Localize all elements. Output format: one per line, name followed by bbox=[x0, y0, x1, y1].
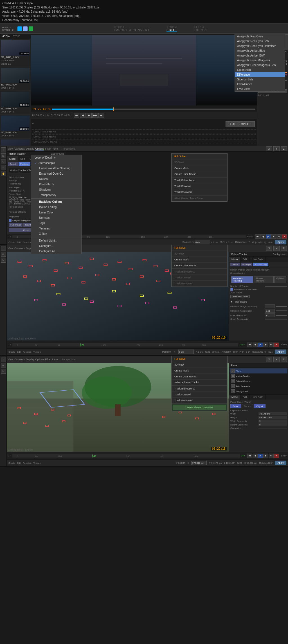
vp2-scale-btn[interactable]: ⊞ bbox=[1, 252, 6, 257]
select-tool-btn[interactable]: ⊹ bbox=[1, 165, 6, 170]
vr-tab-edit[interactable]: Edit bbox=[18, 156, 28, 161]
ctx-default-light[interactable]: Default Light... bbox=[31, 238, 81, 243]
ctx-configure-all[interactable]: Configure All... bbox=[31, 249, 81, 254]
vp2-vr-tab-mode[interactable]: Mode bbox=[229, 257, 240, 262]
vp2-rotate-btn[interactable]: ↻ bbox=[1, 258, 6, 263]
vp2-bt-record[interactable]: ● bbox=[274, 343, 279, 347]
vp3-object-tab[interactable]: Object bbox=[254, 404, 266, 408]
media-item-3[interactable]: 00:00:06 3D_0492.mov 2706 x 1440 bbox=[0, 115, 31, 139]
vp3-cameras-menu[interactable]: Cameras bbox=[14, 358, 25, 361]
vp3-bt-play-fwd[interactable]: ⏭ bbox=[269, 454, 274, 458]
vp3-rotate-btn[interactable]: ↻ bbox=[1, 369, 6, 374]
vp2-to-create-mask[interactable]: Create Mask bbox=[172, 257, 227, 263]
vp1-btn-x[interactable]: X bbox=[266, 146, 272, 151]
prev-frame-btn[interactable]: ◀ bbox=[80, 113, 86, 118]
rotate-tool-btn[interactable]: ↻ bbox=[1, 159, 6, 164]
to-create-user-tracks[interactable]: Create User Tracks bbox=[172, 171, 227, 177]
vp3-to-create-user-tracks[interactable]: Create User Tracks bbox=[172, 374, 227, 380]
playback-view-dropdown[interactable]: Anaglyph: Red/Cyan Anaglyph: Red/Cyan B/… bbox=[235, 34, 285, 92]
media-item-1[interactable]: 00:00:06 3D_0489.mov 2706 x 1440 bbox=[0, 67, 31, 91]
vp1-track-options[interactable]: Full Solve 3D View Create Mask Create Us… bbox=[171, 153, 228, 202]
vp3-create-planar-btn[interactable]: Create Planar Constraint bbox=[173, 405, 226, 410]
vp2-manual-tracking-tab[interactable]: Manual Tracking bbox=[254, 276, 274, 283]
vp2-vr-tab-userdata[interactable]: User Data bbox=[249, 257, 266, 262]
vp2-footage-btn[interactable]: Footage bbox=[241, 263, 252, 266]
ctx-linear-workflow[interactable]: Linear Workflow Shading bbox=[31, 166, 81, 171]
pd-item-red-cyan-opt[interactable]: Anaglyph: Red/Cyan Optimized bbox=[235, 44, 285, 48]
play-to-end-btn[interactable]: ⏭ bbox=[98, 113, 104, 118]
vp1-context-menu[interactable]: Level of Detail ✓ Stereoscopic Linear Wo… bbox=[31, 155, 82, 254]
vr-full-image-btn[interactable]: Full Image bbox=[9, 223, 22, 227]
vp3-to-full-solve[interactable]: Full Solve bbox=[172, 356, 227, 362]
vp2-cameras-menu[interactable]: Cameras bbox=[14, 247, 25, 250]
vp2-bt-play-fwd[interactable]: ⏭ bbox=[269, 343, 274, 347]
ctx-stereoscopic[interactable]: ✓ Stereoscopic bbox=[31, 160, 81, 166]
vp3-obj-solved-camera[interactable]: ◎ Solved Camera bbox=[230, 379, 287, 384]
pd-item-side-by-side[interactable]: Side-by-Side bbox=[235, 77, 285, 82]
ctx-textures[interactable]: Textures bbox=[31, 226, 81, 231]
vp3-basic-tab[interactable]: Basic bbox=[230, 404, 241, 408]
vp3-obj-motion-tracker[interactable]: ⊕ Motion Tracker bbox=[230, 373, 287, 379]
to-track-forward[interactable]: Track Forward bbox=[172, 183, 227, 189]
to-track-bidirectional[interactable]: Track Bidirectional bbox=[172, 177, 227, 183]
vp3-obj-plane[interactable]: ▪ Plane bbox=[230, 368, 287, 373]
pd-item-green-mag[interactable]: Anaglyph: Green/Magenta bbox=[235, 58, 285, 63]
vp2-delete-auto-btn[interactable]: Delete Auto Tracks bbox=[230, 295, 250, 298]
vp2-bt-play-back[interactable]: ⏮ bbox=[247, 343, 252, 347]
vp3-to-3d-view[interactable]: 3D View bbox=[172, 362, 227, 368]
to-3d-view[interactable]: 3D View bbox=[172, 159, 227, 165]
bt-prev[interactable]: ◀ bbox=[260, 234, 266, 239]
to-full-solve[interactable]: Full Solve bbox=[172, 154, 227, 159]
vp2-pb-apply-btn[interactable]: Apply bbox=[275, 350, 286, 354]
preview-timeline[interactable] bbox=[52, 109, 255, 110]
ctx-enhanced-opengl[interactable]: Enhanced OpenGL bbox=[31, 171, 81, 176]
ctx-tags[interactable]: Tags bbox=[31, 220, 81, 226]
ctx-isoline[interactable]: Isoline Editing bbox=[31, 204, 81, 210]
pd-item-difference[interactable]: Difference bbox=[235, 72, 285, 77]
vp2-min-accel-input[interactable] bbox=[265, 309, 275, 313]
vp2-options-tab[interactable]: Options bbox=[274, 276, 286, 283]
pd-item-free-view[interactable]: Free View bbox=[235, 87, 285, 91]
ctx-transparency[interactable]: Transparency bbox=[31, 192, 81, 198]
vp2-min-accel-slider[interactable] bbox=[276, 310, 287, 311]
vp2-btn-z[interactable]: Z bbox=[281, 246, 287, 251]
vp3-pb-apply-btn[interactable]: Apply bbox=[275, 461, 286, 465]
step-import[interactable]: STEP 1 IMPORT & CONVERT bbox=[114, 26, 149, 32]
media-item-0[interactable]: 00:00:06 3D_0489_1.mov 2706 x 1448 25.98… bbox=[0, 39, 31, 67]
vp3-pb-pos-x[interactable] bbox=[191, 461, 207, 465]
vp2-smart-accel-slider[interactable] bbox=[265, 319, 287, 319]
ctx-normals[interactable]: Normals bbox=[31, 215, 81, 220]
ctx-layer-color[interactable]: Layer Color bbox=[31, 210, 81, 215]
vp2-bt-prev[interactable]: ◀ bbox=[253, 343, 258, 347]
pd-item-red-cyan-bw[interactable]: Anaglyph: Red/Cyan B/W bbox=[235, 39, 285, 44]
vp3-bt-play[interactable]: ▶ bbox=[258, 454, 263, 458]
vp2-to-track-backward[interactable]: Track Backward bbox=[172, 281, 227, 287]
play-btn[interactable]: ▶ bbox=[86, 113, 92, 118]
step-edit[interactable]: STEP 2 EDIT bbox=[166, 25, 177, 32]
vp2-coord-btn[interactable]: Coord. bbox=[230, 263, 240, 266]
vp3-vr-tab-userdata[interactable]: User Data bbox=[249, 395, 266, 400]
pd-item-over-under[interactable]: Over-Under bbox=[235, 82, 285, 87]
vp3-bt-prev[interactable]: ◀ bbox=[253, 454, 258, 458]
play-to-start-btn[interactable]: ⏮ bbox=[74, 113, 79, 118]
media-item-2[interactable]: 00:00:06 3D_0493.mov 2706 x 1448 bbox=[0, 91, 31, 115]
vp3-display-menu[interactable]: Display bbox=[26, 358, 34, 361]
ctx-xray[interactable]: X-Ray bbox=[31, 231, 81, 237]
ctx-shadows[interactable]: Shadows bbox=[31, 187, 81, 192]
vp1-menu-filter[interactable]: Filter bbox=[45, 147, 51, 150]
vp1-menu-view[interactable]: View bbox=[8, 147, 13, 150]
vp3-btn-z[interactable]: Z bbox=[281, 357, 287, 362]
vp3-scale-btn[interactable]: ⊞ bbox=[1, 363, 6, 368]
to-create-mask[interactable]: Create Mask bbox=[172, 165, 227, 171]
vp3-to-create-mask[interactable]: Create Mask bbox=[172, 368, 227, 374]
vp2-view-menu[interactable]: View bbox=[8, 247, 13, 250]
vp2-min-length-input[interactable] bbox=[265, 304, 275, 308]
bt-play[interactable]: ▶ bbox=[266, 234, 271, 239]
vp3-bt-record[interactable]: ● bbox=[274, 454, 279, 458]
vp2-error-threshold-input[interactable] bbox=[265, 313, 275, 317]
load-template-btn[interactable]: LOAD TEMPLATE bbox=[226, 121, 255, 127]
vp3-to-track-backward[interactable]: Track Backward bbox=[172, 398, 227, 404]
vp2-bt-next[interactable]: ▶ bbox=[263, 343, 268, 347]
vp2-track-options[interactable]: Full Solve 3D View Create Mask Create Us… bbox=[171, 245, 228, 287]
vp3-panel-menu[interactable]: Panel bbox=[52, 358, 58, 361]
